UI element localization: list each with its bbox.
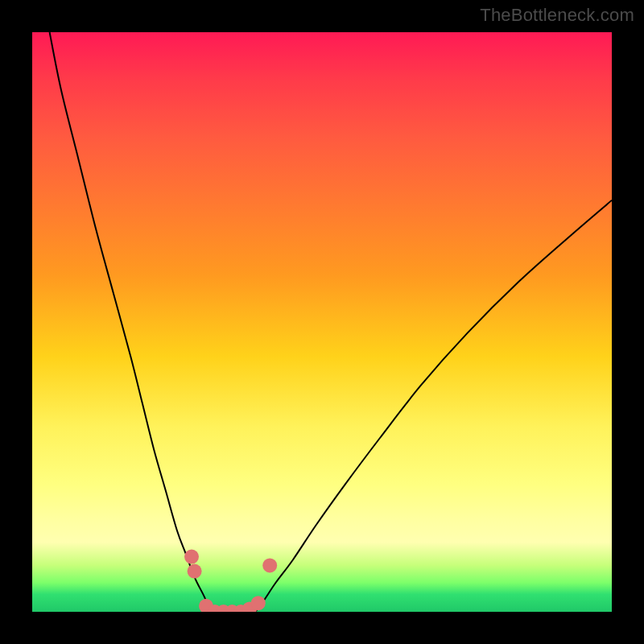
plot-area xyxy=(32,32,612,612)
chart-svg xyxy=(32,32,612,612)
data-marker xyxy=(251,596,266,610)
data-marker xyxy=(188,564,202,579)
chart-frame: TheBottleneck.com xyxy=(0,0,644,644)
bottleneck-curve xyxy=(50,32,612,612)
data-markers-group xyxy=(184,550,277,612)
watermark-text: TheBottleneck.com xyxy=(480,5,634,26)
data-marker xyxy=(184,550,199,564)
data-marker xyxy=(262,558,277,572)
